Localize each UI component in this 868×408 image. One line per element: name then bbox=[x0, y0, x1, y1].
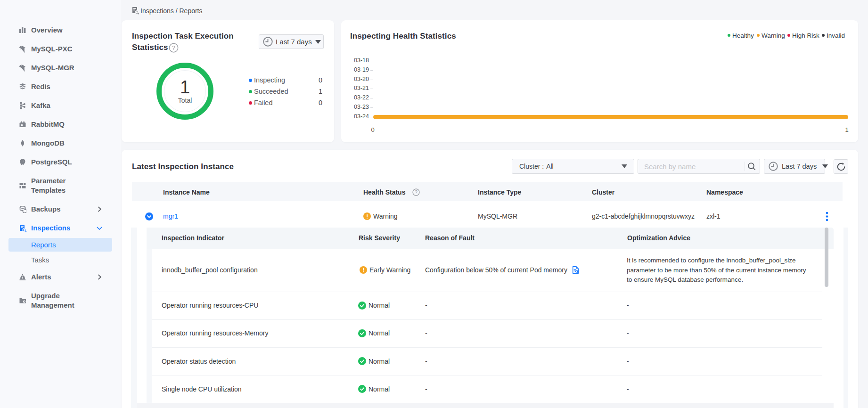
svg-text:?: ? bbox=[172, 45, 175, 51]
svg-text:?: ? bbox=[415, 190, 418, 195]
